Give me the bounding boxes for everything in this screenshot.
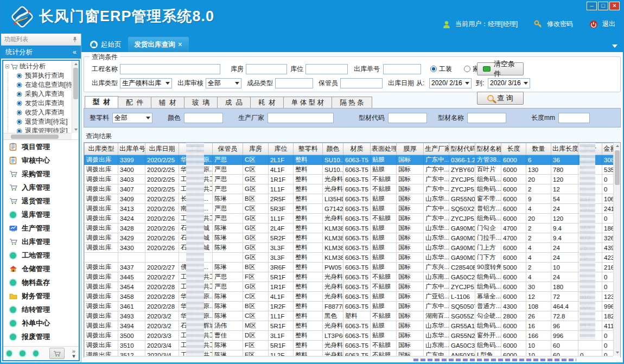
sidebar-item-dot[interactable]: 补单中心 [3, 316, 79, 330]
table-row[interactable]: 调拨出库34452020/2/27工共工程严思F区5R1F整料光身料6063-T… [85, 272, 614, 282]
clear-conditions-button[interactable]: 清空条件 [477, 62, 524, 75]
column-header[interactable]: 颜色 [323, 143, 343, 155]
sidebar-item-dot[interactable]: 退库管理 [3, 208, 79, 221]
table-row[interactable]: 调拨出库34372020/2/27佛...陈琳B区3R6F整料PW056063-… [85, 263, 614, 272]
sidebar-item-cart[interactable]: 入库管理 [3, 181, 79, 194]
location-input[interactable] [305, 64, 348, 74]
table-row[interactable]: 调拨出库34072020/2/25工共工程严思G区1L1F整料光身料6063-T… [85, 184, 614, 194]
whole-part-select[interactable]: 全部 [112, 113, 152, 123]
tree-root-statistics[interactable]: 统计分析 [3, 62, 72, 71]
table-row[interactable]: 调拨出库34092020/2/25长...陈琳B区2R5F整料LI35HD606… [85, 194, 614, 204]
sidebar-item-chart[interactable]: 生产管理 [3, 221, 79, 235]
search-button[interactable]: 查 询 [477, 92, 524, 105]
tree-item[interactable]: 在途信息查询[待 [3, 80, 72, 90]
column-header[interactable]: 表面处理 [371, 143, 397, 155]
tab-close-icon[interactable]: × [179, 41, 182, 48]
column-header[interactable]: 出库单号 [118, 143, 145, 155]
material-tab[interactable]: 型 材 [85, 96, 118, 108]
tab-home[interactable]: 起始页 [84, 37, 128, 52]
length-input[interactable] [558, 113, 590, 123]
profile-code-input[interactable] [388, 113, 427, 123]
column-header[interactable]: 库位 [269, 143, 294, 155]
column-header[interactable]: 金额 [602, 143, 614, 155]
tree-item[interactable]: 发货出库查询 [3, 99, 72, 108]
material-tab[interactable]: 耗 材 [250, 97, 284, 108]
minimize-button[interactable]: – [587, 2, 597, 10]
color-input[interactable] [184, 113, 223, 123]
table-row[interactable]: 调拨出库34132020/2/26南...严思C区5R3F整料G71422606… [85, 204, 614, 214]
tree-item[interactable]: 收货入库查询 [3, 108, 72, 117]
table-row[interactable]: 调拨出库34542020/2/28工共工程严思G区1R1F整料光身料6063-T… [85, 282, 614, 292]
column-header[interactable]: 整零料 [294, 143, 323, 155]
sidebar-item-dot[interactable]: 物料盘存 [3, 276, 79, 289]
tree-item[interactable]: 采购入库查询 [3, 90, 72, 99]
audit-select[interactable]: 全部 [206, 78, 241, 88]
sidebar-item-dot[interactable]: 工地管理 [3, 248, 79, 262]
tab-shipment-outbound-query[interactable]: 发货出库查询 × [128, 37, 189, 52]
column-header[interactable]: 生产厂家 [424, 143, 449, 155]
out-type-select[interactable]: 生产领料出库 [120, 78, 172, 88]
sidebar-item-clipboard[interactable]: 审核中心 [3, 154, 79, 167]
column-header[interactable]: 材质 [343, 143, 371, 155]
material-tab[interactable]: 辅 材 [151, 97, 184, 108]
statistics-section-header[interactable]: 统计分析 « [1, 46, 81, 59]
material-tab[interactable]: 隔 热 条 [332, 97, 372, 108]
table-vertical-scrollbar[interactable] [613, 143, 620, 356]
table-row[interactable]: 调拨出库34282020/2/26石城陈琳G区2L4F整料KLM38176063… [85, 223, 614, 233]
table-row[interactable]: 调拨出库35122020/3/4工共工程陈琳F区1L2F整料光身料6063-T5… [85, 350, 614, 356]
column-header[interactable]: 出库类型 [85, 143, 118, 155]
column-header[interactable]: 型材代码 [449, 143, 475, 155]
collapsed-module-dot-icon[interactable] [7, 350, 12, 356]
table-row[interactable]: 调拨出库34002020/2/25华原...严思C区4L1F整料SU10...6… [85, 165, 614, 175]
table-row[interactable]: 调拨出库35002020/3/3工共工程曹佳D区3L1F整料LT3P606063… [85, 331, 614, 341]
sidebar-item-cart[interactable]: 出库管理 [3, 235, 79, 248]
collapsed-module-dot-icon[interactable] [20, 350, 25, 356]
tree-expander-icon[interactable] [5, 65, 9, 68]
table-row[interactable]: 调拨出库35102020/3/4工共工程陈琳F区5R1F整料光身料6063-T5… [85, 341, 614, 350]
table-row[interactable]: 调拨出库34242020/2/26工共工程严思G区1L1F整料光身料6063-T… [85, 214, 614, 223]
pin-icon[interactable] [72, 36, 78, 43]
radio-gongzhuang[interactable]: 工装 [430, 65, 452, 74]
column-header[interactable]: 单价 [578, 143, 602, 155]
tree-horizontal-scrollbar[interactable] [3, 133, 72, 139]
maximize-button[interactable]: □ [598, 2, 608, 10]
column-header[interactable]: 出库日期 [145, 143, 179, 155]
material-tab[interactable]: 单 体 型 材 [283, 97, 332, 108]
column-header[interactable]: 长度 [501, 143, 526, 155]
column-header[interactable]: 膜厚 [397, 143, 424, 155]
table-row[interactable]: 调拨出库34942020/3/2石辉城汤伟M区5R1F整料光身料6063-T5贴… [85, 321, 614, 331]
table-row[interactable]: G区3L3F整料KLM38176063-T5贴膜国标山东华...GA90M09.… [85, 253, 614, 263]
column-header[interactable]: 工程 [179, 143, 213, 155]
table-row[interactable]: 调拨出库33992020/2/25华原...严思C区2L1F整料SU10...6… [85, 155, 614, 165]
material-tab[interactable]: 配 件 [118, 97, 151, 108]
collapse-icon[interactable]: « [73, 48, 77, 56]
material-tab[interactable]: 玻 璃 [184, 97, 218, 108]
cart-shortcut-button[interactable] [49, 348, 65, 359]
column-header[interactable]: 型材名称 [475, 143, 501, 155]
change-password-link[interactable]: 修改密码 [547, 20, 573, 29]
date-to-picker[interactable]: 2020/ 3/16 [488, 78, 530, 88]
table-row[interactable]: 调拨出库34292020/2/26石城陈琳G区5R2F整料KLM38176063… [85, 233, 614, 243]
column-header[interactable]: 数量 [526, 143, 551, 155]
table-row[interactable]: 调拨出库34302020/2/26石城陈琳G区3L3F整料KLM38176063… [85, 243, 614, 253]
sidebar-item-dot[interactable]: 结转管理 [3, 303, 79, 316]
column-header[interactable]: 库房 [243, 143, 269, 155]
tree-item[interactable]: 预算执行查询 [3, 71, 72, 80]
more-modules-button[interactable]: » ▾ [72, 349, 75, 359]
warehouse-input[interactable] [246, 64, 287, 74]
column-header[interactable]: 出库长度 [551, 143, 578, 155]
sidebar-item-dot[interactable]: 报废管理 [3, 330, 79, 343]
table-row[interactable]: 调拨出库34582020/2/28华原...陈琳C区4L1F整料光身料6063-… [85, 292, 614, 302]
date-from-picker[interactable]: 2020/ 2/16 [429, 78, 472, 88]
material-tab[interactable]: 成 品 [217, 97, 251, 108]
close-button[interactable]: × [609, 2, 620, 10]
manufacturer-input[interactable] [268, 113, 334, 123]
sidebar-item-cart[interactable]: 退货管理 [3, 194, 79, 208]
sidebar-item-house[interactable]: 仓储管理 [3, 262, 79, 276]
project-name-input[interactable] [120, 64, 220, 74]
tree-vertical-scrollbar[interactable] [72, 61, 79, 133]
product-type-input[interactable] [275, 78, 313, 88]
sidebar-item-clipboard[interactable]: 项目管理 [3, 140, 79, 154]
logout-link[interactable]: 退出 [602, 20, 615, 29]
table-row[interactable]: 调拨出库34612020/2/28华原...陈琳B区1R2F整料F8877FT6… [85, 302, 614, 311]
